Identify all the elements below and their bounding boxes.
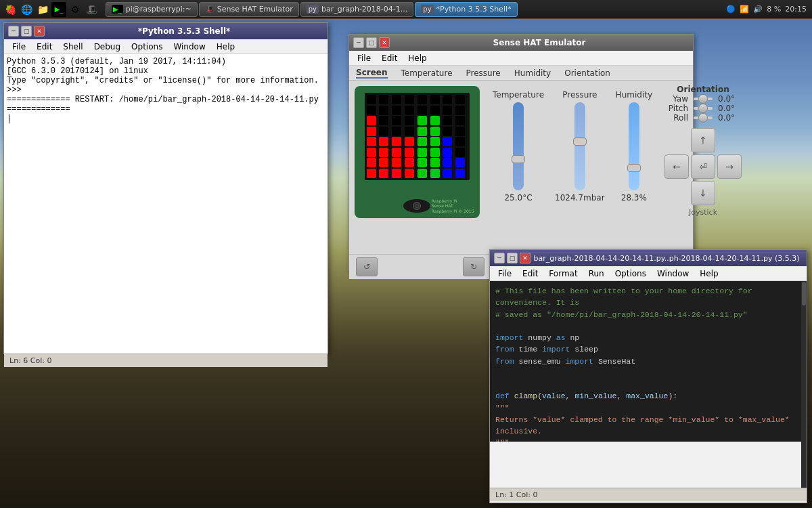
code-content[interactable]: # This file has been written to your hom… [490,281,807,442]
code-footer: Ln: 1 Col: 0 [490,488,807,501]
code-menu-window[interactable]: Window [652,268,694,280]
sense-launch-icon[interactable]: 🎩 [84,2,99,17]
humidity-slider[interactable] [629,102,639,190]
close-button[interactable]: ✕ [34,26,45,37]
sense-hat-titlebar: ─ □ ✕ Sense HAT Emulator [349,35,693,51]
led-4-0 [367,137,376,146]
roll-slider[interactable] [694,117,713,119]
task-icon[interactable]: ⚙ [68,2,83,17]
taskbar-btn-python-shell[interactable]: py *Python 3.5.3 Shell* [415,2,517,17]
menu-edit[interactable]: Edit [31,41,58,53]
sensor-sliders: Temperature 25.0°C Pressure 1024.7mbar [484,81,660,254]
code-menu-options[interactable]: Options [610,268,652,280]
led-6-3 [405,158,414,167]
led-2-1 [379,116,388,125]
code-editor-menubar: File Edit Format Run Options Window Help [490,266,807,281]
led-0-7 [455,95,465,104]
volume-icon: 🔊 [753,5,763,14]
taskbar-btn-pi-terminal[interactable]: ▶_ pi@raspberrypi:~ [106,2,198,17]
bar-graph-icon: py [307,5,319,14]
sense-minimize[interactable]: ─ [353,37,364,48]
joystick-physical [403,199,430,213]
files-icon[interactable]: 📁 [35,2,50,17]
joy-center-button[interactable]: ⏎ [691,154,715,179]
pressure-slider[interactable] [574,102,585,190]
sense-maximize[interactable]: □ [366,37,377,48]
menu-shell[interactable]: Shell [58,41,88,53]
pitch-row: Pitch 0.0° [664,104,742,113]
code-minimize[interactable]: ─ [494,253,505,263]
terminal-launch-icon[interactable]: ▶_ [51,2,66,17]
code-maximize[interactable]: □ [507,253,518,263]
board-label: Raspberry PiSense HATRaspberry Pi © 2015 [432,198,474,214]
yaw-thumb[interactable] [698,94,708,104]
sense-hat-title: Sense HAT Emulator [390,38,689,47]
sense-close[interactable]: ✕ [379,37,390,48]
led-4-5 [430,137,440,146]
humidity-thumb[interactable] [627,164,641,172]
refresh-button[interactable]: ↻ [463,257,484,276]
tab-humidity[interactable]: Humidity [514,68,551,78]
tab-pressure[interactable]: Pressure [466,68,501,78]
temp-slider[interactable] [513,102,524,190]
pressure-thumb[interactable] [573,137,587,146]
reset-button[interactable]: ↺ [356,257,378,276]
led-5-5 [430,148,440,157]
code-close[interactable]: ✕ [520,253,531,263]
python-shell-menubar: File Edit Shell Debug Options Window Hel… [4,39,328,54]
pi-menu-icon[interactable]: 🍓 [3,2,18,17]
code-menu-format[interactable]: Format [543,268,583,280]
tab-screen[interactable]: Screen [356,68,388,79]
yaw-slider[interactable] [694,98,713,100]
code-menu-file[interactable]: File [493,268,517,280]
pitch-thumb[interactable] [698,104,708,113]
sense-menu-edit[interactable]: Edit [376,52,403,64]
menu-window[interactable]: Window [168,41,210,53]
joy-empty-4 [717,181,742,205]
desktop: 🍓 🌐 📁 ▶_ ⚙ 🎩 ▶_ pi@raspberrypi:~ 🎩 Sense… [0,0,812,508]
code-menu-edit[interactable]: Edit [517,268,543,280]
temp-thumb[interactable] [512,155,525,163]
led-6-0 [367,158,376,167]
sense-menu-file[interactable]: File [352,52,376,64]
taskbar-btn-bar-graph[interactable]: py bar_graph-2018-04-1... [300,2,414,17]
shell-line-4: >>> [7,85,325,95]
tab-temperature[interactable]: Temperature [401,68,453,78]
menu-help[interactable]: Help [211,41,240,53]
code-menu-help[interactable]: Help [694,268,723,280]
joy-down-button[interactable]: ↓ [691,181,715,205]
menu-debug[interactable]: Debug [89,41,126,53]
browser-icon[interactable]: 🌐 [19,2,34,17]
shell-content[interactable]: Python 3.5.3 (default, Jan 19 2017, 14:1… [4,54,328,354]
led-7-2 [392,169,401,178]
tab-orientation[interactable]: Orientation [564,68,610,78]
code-line-blank-1 [495,320,801,332]
code-scrollbar-thumb[interactable] [802,282,806,305]
menu-file[interactable]: File [7,41,31,53]
roll-thumb[interactable] [698,113,708,123]
sense-menu-help[interactable]: Help [403,52,432,64]
led-0-2 [392,95,401,104]
led-3-4 [418,127,427,136]
led-4-2 [392,137,401,146]
menu-options[interactable]: Options [126,41,168,53]
pressure-value: 1024.7mbar [555,193,605,203]
joy-left-button[interactable]: ← [664,154,689,179]
led-0-0 [367,95,376,104]
maximize-button[interactable]: □ [21,26,32,37]
led-2-2 [392,116,401,125]
led-1-2 [392,106,401,115]
pitch-slider[interactable] [694,107,713,110]
code-scrollbar[interactable] [801,281,807,488]
led-0-3 [405,95,414,104]
taskbar-right: 🔵 📶 🔊 8 % 20:15 [726,5,812,14]
code-line-blank-2 [495,367,801,379]
joy-up-button[interactable]: ↑ [691,128,715,152]
code-area-wrap: # This file has been written to your hom… [490,281,807,488]
code-menu-run[interactable]: Run [583,268,610,280]
led-3-2 [392,127,401,136]
taskbar-btn-sense-hat[interactable]: 🎩 Sense HAT Emulator [199,2,299,17]
led-2-4 [418,116,427,125]
joy-right-button[interactable]: → [717,154,742,179]
minimize-button[interactable]: ─ [8,26,19,37]
